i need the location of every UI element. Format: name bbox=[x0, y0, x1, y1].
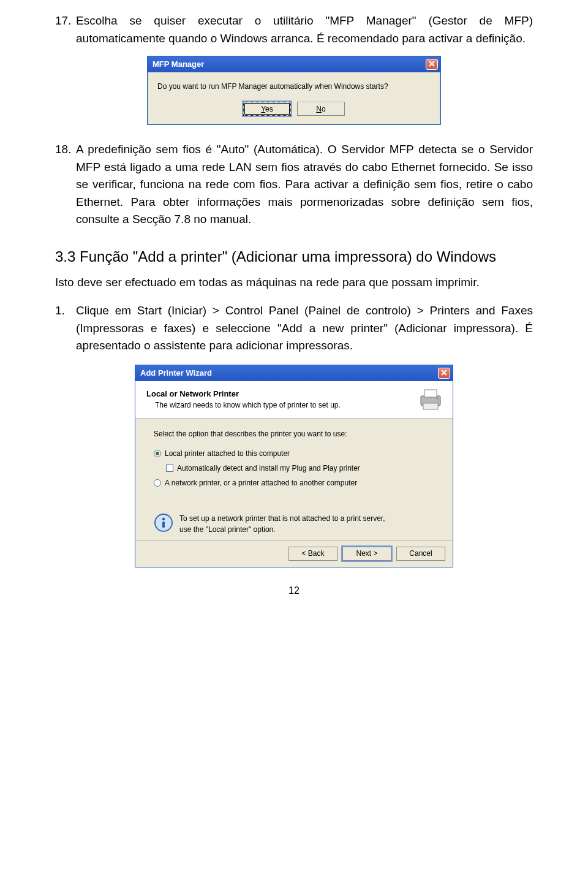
checkbox-row-autodetect[interactable]: Automatically detect and install my Plug… bbox=[166, 463, 434, 474]
printer-icon bbox=[417, 387, 444, 412]
no-button[interactable]: No bbox=[297, 102, 345, 116]
svg-rect-6 bbox=[162, 522, 165, 528]
section-intro: Isto deve ser efectuado em todas as máqu… bbox=[55, 274, 533, 292]
wizard-title: Add Printer Wizard bbox=[140, 367, 212, 379]
checkbox-autodetect[interactable] bbox=[166, 465, 173, 472]
wizard-titlebar: Add Printer Wizard bbox=[135, 365, 453, 381]
svg-point-5 bbox=[162, 517, 165, 520]
dialog-title: MFP Manager bbox=[153, 58, 204, 70]
cancel-button[interactable]: Cancel bbox=[396, 547, 445, 561]
list-item-18: 18. A predefinição sem fios é "Auto" (Au… bbox=[55, 141, 533, 229]
checkbox-label: Automatically detect and install my Plug… bbox=[177, 463, 360, 474]
wizard-body: Select the option that describes the pri… bbox=[135, 419, 453, 540]
svg-rect-2 bbox=[423, 403, 438, 409]
close-button[interactable] bbox=[426, 59, 438, 70]
list-text: A predefinição sem fios é "Auto" (Automá… bbox=[76, 141, 533, 229]
radio-local-printer[interactable] bbox=[154, 450, 161, 457]
wizard-header-subtitle: The wizard needs to know which type of p… bbox=[155, 400, 417, 411]
list-item-17: 17. Escolha se quiser executar o utilitá… bbox=[55, 12, 533, 47]
dialog-body: Do you want to run MFP Manager automatic… bbox=[148, 72, 440, 124]
list-number: 18. bbox=[55, 141, 76, 229]
add-printer-wizard-dialog: Add Printer Wizard Local or Network Prin… bbox=[135, 365, 453, 567]
wizard-header: Local or Network Printer The wizard need… bbox=[135, 381, 453, 419]
dialog-message: Do you want to run MFP Manager automatic… bbox=[157, 81, 431, 92]
wizard-footer: < Back Next > Cancel bbox=[135, 540, 453, 567]
back-button[interactable]: < Back bbox=[288, 547, 337, 561]
yes-button[interactable]: Yes bbox=[243, 102, 291, 116]
mfp-manager-dialog: MFP Manager Do you want to run MFP Manag… bbox=[147, 56, 441, 125]
info-line1: To set up a network printer that is not … bbox=[179, 513, 385, 524]
svg-rect-1 bbox=[424, 390, 437, 397]
wizard-info-block: To set up a network printer that is not … bbox=[154, 513, 434, 535]
close-icon bbox=[441, 367, 447, 379]
radio-row-network[interactable]: A network printer, or a printer attached… bbox=[154, 477, 434, 488]
step-number: 1. bbox=[55, 302, 76, 355]
info-line2: use the "Local printer" option. bbox=[179, 524, 385, 535]
radio-label: Local printer attached to this computer bbox=[165, 448, 290, 459]
dialog-titlebar: MFP Manager bbox=[148, 56, 440, 72]
close-icon bbox=[429, 58, 435, 70]
svg-point-3 bbox=[437, 397, 439, 399]
list-text: Escolha se quiser executar o utilitário … bbox=[76, 12, 533, 47]
radio-label: A network printer, or a printer attached… bbox=[165, 477, 357, 488]
wizard-header-title: Local or Network Printer bbox=[146, 388, 417, 400]
info-icon bbox=[154, 513, 173, 533]
radio-network-printer[interactable] bbox=[154, 479, 161, 487]
wizard-lead-text: Select the option that describes the pri… bbox=[154, 428, 434, 439]
step-1: 1. Clique em Start (Iniciar) > Control P… bbox=[55, 302, 533, 355]
list-number: 17. bbox=[55, 12, 76, 47]
close-button[interactable] bbox=[438, 368, 450, 379]
next-button[interactable]: Next > bbox=[342, 547, 391, 561]
page-number: 12 bbox=[55, 583, 533, 598]
section-heading: 3.3 Função "Add a printer" (Adicionar um… bbox=[55, 246, 533, 268]
radio-row-local[interactable]: Local printer attached to this computer bbox=[154, 448, 434, 459]
step-text: Clique em Start (Iniciar) > Control Pane… bbox=[76, 302, 533, 355]
